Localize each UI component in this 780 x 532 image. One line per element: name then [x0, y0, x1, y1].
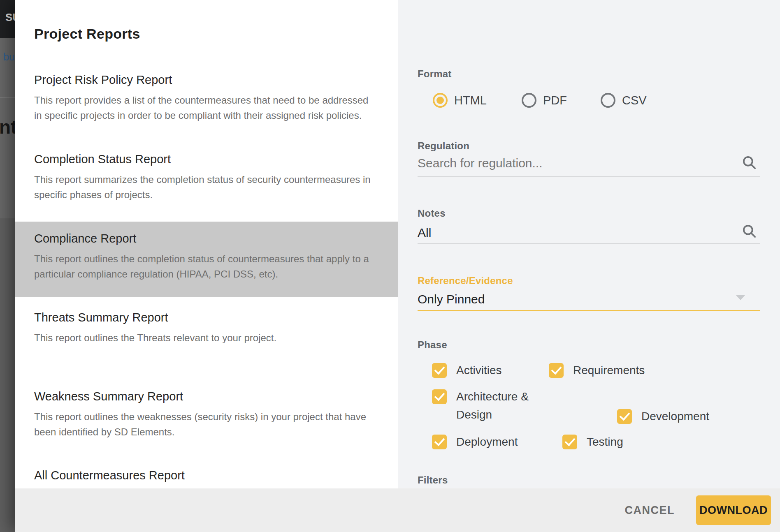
report-description: This report provides a list of the count… [34, 93, 382, 123]
search-icon[interactable] [741, 155, 757, 170]
search-icon[interactable] [741, 223, 757, 239]
report-item-weakness-summary[interactable]: Weakness Summary Report This report outl… [15, 390, 398, 439]
checkbox-checked-icon[interactable] [617, 409, 632, 424]
dialog-footer: CANCEL DOWNLOAD [15, 488, 780, 532]
report-item-all-countermeasures[interactable]: All Countermeasures Report [15, 469, 398, 482]
report-title[interactable]: Weakness Summary Report [34, 390, 382, 403]
radio-unchecked-icon[interactable] [522, 93, 536, 108]
reference-evidence-select[interactable]: Only Pinned [418, 289, 760, 311]
checkbox-label: Testing [587, 433, 623, 451]
reference-evidence-value[interactable]: Only Pinned [418, 292, 485, 306]
notes-value[interactable]: All [418, 226, 431, 240]
radio-label: HTML [454, 94, 487, 107]
report-item-threats-summary[interactable]: Threats Summary Report This report outli… [15, 311, 398, 345]
radio-unchecked-icon[interactable] [601, 93, 615, 108]
report-description: This report outlines the Threats relevan… [34, 330, 382, 345]
divider [0, 97, 15, 98]
project-reports-dialog: Project Reports Project Risk Policy Repo… [15, 0, 780, 532]
checkbox-label: Development [641, 407, 709, 426]
reference-evidence-label: Reference/Evidence [418, 275, 513, 287]
format-label: Format [418, 68, 452, 80]
download-button[interactable]: DOWNLOAD [696, 495, 771, 525]
phase-checkbox-activities[interactable]: Activities [432, 363, 501, 379]
checkbox-checked-icon[interactable] [549, 363, 564, 378]
phase-checkbox-deployment[interactable]: Deployment [432, 435, 518, 451]
divider [0, 218, 15, 218]
checkbox-checked-icon[interactable] [562, 435, 577, 449]
report-description: This report outlines the weaknesses (sec… [34, 409, 382, 439]
report-title[interactable]: Project Risk Policy Report [34, 73, 382, 87]
report-description: This report outlines the completion stat… [34, 251, 382, 282]
report-options-panel: Format HTML PDF CSV Regulation Notes All [398, 0, 780, 488]
checkbox-label: Architecture & Design [456, 388, 529, 424]
chevron-down-icon[interactable] [736, 295, 745, 300]
phase-checkbox-requirements[interactable]: Requirements [549, 363, 645, 379]
checkbox-label: Requirements [573, 361, 645, 379]
phase-checkbox-architecture-design[interactable]: Architecture & Design [432, 389, 529, 424]
radio-label: CSV [622, 94, 647, 107]
checkbox-checked-icon[interactable] [432, 435, 447, 449]
format-option-pdf[interactable]: PDF [522, 93, 567, 108]
checkbox-label: Activities [456, 361, 501, 379]
report-list-panel: Project Reports Project Risk Policy Repo… [15, 0, 398, 488]
radio-label: PDF [543, 94, 567, 107]
regulation-search-field [418, 154, 760, 177]
breadcrumb-link: bu [3, 51, 15, 63]
report-description: This report summarizes the completion st… [34, 172, 382, 202]
checkbox-checked-icon[interactable] [432, 363, 447, 378]
report-item-compliance-selected[interactable]: Compliance Report This report outlines t… [15, 222, 398, 297]
format-option-html[interactable]: HTML [433, 93, 487, 108]
cancel-button[interactable]: CANCEL [622, 500, 678, 521]
report-title[interactable]: Compliance Report [34, 232, 382, 245]
checkbox-checked-icon[interactable] [432, 389, 447, 404]
app-top-bar: SU [0, 0, 15, 38]
report-item-completion-status[interactable]: Completion Status Report This report sum… [15, 153, 398, 202]
checkbox-label: Deployment [456, 433, 518, 451]
report-title[interactable]: Completion Status Report [34, 153, 382, 166]
filters-label: Filters [418, 474, 448, 486]
dimmed-background: SU bu nt [0, 0, 15, 532]
regulation-search-input[interactable] [418, 156, 722, 170]
page-heading-clipped: nt [0, 116, 15, 138]
phase-label: Phase [418, 339, 447, 351]
radio-checked-icon[interactable] [433, 93, 448, 108]
report-item-project-risk-policy[interactable]: Project Risk Policy Report This report p… [15, 73, 398, 123]
report-title[interactable]: Threats Summary Report [34, 311, 382, 324]
notes-label: Notes [418, 208, 446, 219]
app-bar-text: SU [5, 11, 15, 24]
phase-checkbox-testing[interactable]: Testing [562, 435, 623, 451]
report-title[interactable]: All Countermeasures Report [34, 469, 382, 482]
phase-checkbox-development[interactable]: Development [617, 409, 709, 426]
notes-field: All [418, 222, 760, 244]
format-option-csv[interactable]: CSV [601, 93, 647, 108]
regulation-label: Regulation [418, 140, 469, 152]
dialog-title: Project Reports [34, 26, 140, 42]
dimmed-page-body [0, 218, 15, 532]
